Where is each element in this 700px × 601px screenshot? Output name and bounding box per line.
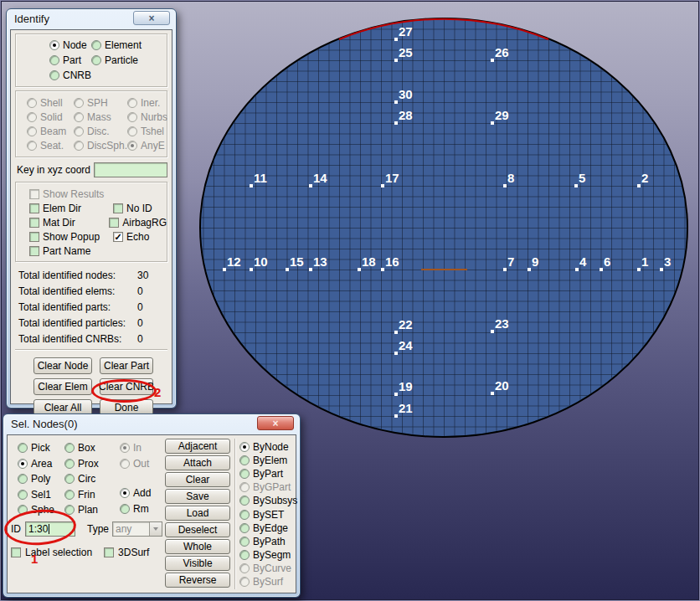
attach-button[interactable]: Attach	[165, 455, 230, 470]
radio-option-part[interactable]: Part	[49, 54, 91, 66]
checkbox-option-no-id[interactable]: No ID	[113, 203, 152, 214]
radio-option-poly[interactable]: Poly	[18, 473, 64, 485]
node-dot[interactable]	[358, 268, 361, 271]
radio-option-iner[interactable]: Iner.	[127, 97, 176, 109]
identify-titlebar[interactable]: Identify ×	[7, 9, 176, 28]
node-dot[interactable]	[309, 184, 312, 187]
node-dot[interactable]	[381, 184, 384, 187]
radio-option-shell[interactable]: Shell	[27, 97, 74, 109]
node-dot[interactable]	[394, 331, 398, 334]
radio-option-prox[interactable]: Prox	[64, 458, 116, 470]
node-dot[interactable]	[491, 121, 494, 125]
clear-node-button[interactable]: Clear Node	[33, 357, 92, 374]
radio-option-bynode[interactable]: ByNode	[239, 440, 297, 454]
clear-elem-button[interactable]: Clear Elem	[33, 378, 92, 395]
radio-option-anye[interactable]: AnyE	[127, 140, 176, 152]
radio-option-bysurf[interactable]: BySurf	[239, 575, 297, 588]
load-button[interactable]: Load	[165, 506, 230, 521]
radio-option-frin[interactable]: Frin	[64, 489, 116, 501]
coord-input[interactable]	[94, 162, 167, 177]
node-dot[interactable]	[600, 268, 603, 271]
radio-option-discsph[interactable]: DiscSph.	[74, 140, 127, 152]
type-select[interactable]: any	[112, 521, 162, 537]
radio-option-element[interactable]: Element	[91, 39, 142, 51]
node-dot[interactable]	[223, 268, 226, 271]
radio-option-seat[interactable]: Seat.	[27, 140, 74, 152]
node-dot[interactable]	[491, 330, 494, 333]
node-dot[interactable]	[575, 268, 579, 271]
node-dot[interactable]	[381, 268, 384, 271]
radio-option-bysegm[interactable]: BySegm	[239, 548, 297, 562]
adjacent-button[interactable]: Adjacent	[165, 439, 230, 454]
radio-option-bygpart[interactable]: ByGPart	[239, 480, 297, 494]
radio-option-pick[interactable]: Pick	[18, 442, 64, 454]
radio-option-bycurve[interactable]: ByCurve	[239, 562, 297, 575]
radio-option-byelem[interactable]: ByElem	[239, 454, 297, 467]
radio-option-sphe[interactable]: Sphe	[18, 504, 64, 516]
checkbox-option-show-results[interactable]: Show Results	[29, 188, 104, 200]
checkbox-option-part-name[interactable]: Part Name	[29, 245, 90, 257]
node-dot[interactable]	[491, 59, 494, 62]
node-dot[interactable]	[250, 184, 253, 187]
radio-option-byset[interactable]: BySET	[239, 507, 297, 521]
radio-option-node[interactable]: Node	[49, 39, 91, 51]
radio-option-in[interactable]: In	[120, 440, 149, 456]
node-dot[interactable]	[637, 268, 641, 271]
node-dot[interactable]	[394, 100, 398, 104]
checkbox-option-show-popup[interactable]: Show Popup	[29, 231, 113, 243]
radio-option-out[interactable]: Out	[120, 456, 149, 472]
reverse-button[interactable]: Reverse	[165, 573, 230, 588]
id-input[interactable]: 1:30	[25, 521, 75, 537]
radio-option-plan[interactable]: Plan	[64, 504, 116, 516]
node-dot[interactable]	[394, 352, 398, 355]
radio-option-mass[interactable]: Mass	[74, 111, 127, 123]
close-button[interactable]: ×	[257, 416, 294, 430]
radio-option-cnrb[interactable]: CNRB	[49, 69, 91, 81]
radio-option-byedge[interactable]: ByEdge	[239, 521, 297, 535]
node-dot[interactable]	[503, 268, 507, 271]
node-dot[interactable]	[394, 59, 398, 62]
radio-option-bysubsys[interactable]: BySubsys	[239, 494, 297, 507]
radio-option-rm[interactable]: Rm	[120, 501, 151, 517]
clear-button[interactable]: Clear	[165, 472, 230, 487]
node-dot[interactable]	[637, 184, 641, 187]
node-dot[interactable]	[394, 38, 398, 41]
node-dot[interactable]	[574, 184, 578, 187]
node-dot[interactable]	[528, 268, 531, 271]
checkbox-option-airbagrg[interactable]: AirbagRG	[109, 217, 167, 229]
node-dot[interactable]	[394, 121, 398, 125]
node-dot[interactable]	[286, 268, 289, 271]
radio-option-bypath[interactable]: ByPath	[239, 535, 297, 548]
node-dot[interactable]	[660, 268, 663, 271]
radio-option-solid[interactable]: Solid	[27, 111, 74, 123]
checkbox-option-3dsurf[interactable]: 3DSurf	[104, 547, 149, 558]
deselect-button[interactable]: Deselect	[165, 522, 230, 537]
radio-option-sph[interactable]: SPH	[74, 97, 127, 109]
node-dot[interactable]	[394, 393, 398, 396]
close-button[interactable]: ×	[133, 11, 170, 25]
node-dot[interactable]	[503, 184, 507, 187]
radio-option-add[interactable]: Add	[120, 485, 151, 501]
checkbox-option-label-selection[interactable]: Label selection	[11, 547, 92, 558]
radio-option-bypart[interactable]: ByPart	[239, 467, 297, 480]
radio-option-circ[interactable]: Circ	[64, 473, 116, 485]
radio-option-disc[interactable]: Disc.	[74, 126, 127, 137]
radio-option-particle[interactable]: Particle	[91, 54, 138, 66]
checkbox-option-elem-dir[interactable]: Elem Dir	[29, 203, 113, 214]
clear-cnrb-button[interactable]: Clear CNRB	[100, 378, 153, 395]
node-dot[interactable]	[394, 414, 398, 418]
checkbox-option-echo[interactable]: ✓Echo	[113, 231, 149, 243]
whole-button[interactable]: Whole	[165, 539, 230, 554]
checkbox-option-mat-dir[interactable]: Mat Dir	[29, 217, 109, 229]
radio-option-box[interactable]: Box	[64, 442, 116, 454]
radio-option-area[interactable]: Area	[18, 458, 64, 470]
save-button[interactable]: Save	[165, 489, 230, 504]
clear-part-button[interactable]: Clear Part	[100, 357, 153, 374]
radio-option-sel1[interactable]: Sel1	[18, 489, 64, 501]
radio-option-beam[interactable]: Beam	[27, 126, 74, 137]
node-dot[interactable]	[250, 268, 253, 271]
node-dot[interactable]	[491, 392, 494, 395]
node-dot[interactable]	[309, 268, 312, 271]
radio-option-tshel[interactable]: Tshel	[127, 126, 176, 137]
visible-button[interactable]: Visible	[165, 556, 230, 571]
